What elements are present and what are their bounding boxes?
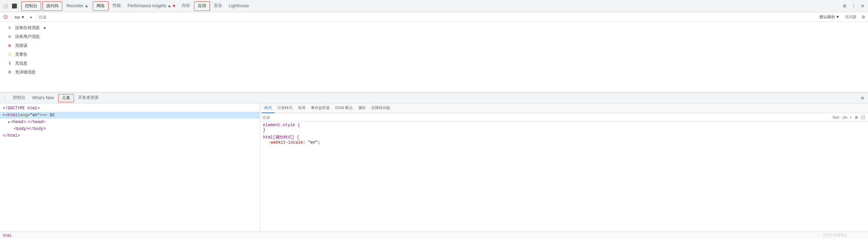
top-tab-security[interactable]: 安全 [211, 0, 226, 12]
styles-tab-computed[interactable]: 计算样式 [275, 104, 295, 113]
console-item-verbose[interactable]: ⚙无详细消息 [0, 68, 868, 77]
inspect-icon[interactable]: ⬜ [1, 2, 10, 10]
console-filter-bar: 🚫 top ▼ ● 默认级别 ▼ 无问题 ⚙ [0, 12, 868, 22]
console-text-error: 无错误 [15, 43, 27, 49]
console-icon-verbose: ⚙ [7, 69, 12, 75]
close-brace: } [263, 128, 265, 132]
bottom-section: ⋮ 控制台What's New元素开发者资源 ✕ <!DOCTYPE html>… [0, 92, 868, 239]
console-panel: ≡没有任何消息▶⊖没有用户消息⊗无错误⚠无警告ℹ无信息⚙无详细消息 [0, 22, 868, 92]
main-area: ≡没有任何消息▶⊖没有用户消息⊗无错误⚠无警告ℹ无信息⚙无详细消息 ⋮ 控制台W… [0, 22, 868, 239]
style-selector-0: element.style { [263, 123, 865, 128]
prop-colon: : [303, 140, 308, 145]
style-rule-0: element.style {} [263, 123, 865, 132]
bottom-tabs-container: 控制台What's New元素开发者资源 [10, 93, 102, 104]
clear-console-icon[interactable]: 🚫 [2, 14, 9, 21]
filter-divider [11, 14, 11, 20]
bottom-tab-bar: ⋮ 控制台What's New元素开发者资源 ✕ [0, 93, 868, 104]
style-selector-1: html[属性样式] { [263, 134, 865, 140]
top-tab-sources[interactable]: 源代码 [42, 1, 62, 11]
breadcrumb-html[interactable]: html [3, 234, 12, 238]
console-icon-warning: ⚠ [7, 52, 12, 57]
top-tab-network[interactable]: 网络 [93, 1, 109, 11]
styles-tab-layout[interactable]: 布局 [295, 104, 308, 113]
dom-line-0[interactable]: <!DOCTYPE html> [0, 105, 260, 112]
no-issues-badge: 无问题 [843, 14, 858, 20]
style-close-0: } [263, 128, 865, 132]
close-devtools-icon[interactable]: ✕ [858, 2, 867, 10]
console-text-info: 无信息 [15, 61, 27, 66]
console-item-info[interactable]: ℹ无信息 [0, 59, 868, 68]
styles-tab-properties[interactable]: 属性 [355, 104, 368, 113]
style-property-1-0: -webkit-locale: "en"; [263, 140, 865, 145]
bottom-tab-menu-icon[interactable]: ⋮ [1, 95, 8, 102]
style-action-icon-3[interactable]: 🖥 [854, 115, 859, 120]
settings-icon[interactable]: ⚙ [841, 2, 849, 10]
top-tab-performance[interactable]: 性能 [109, 0, 124, 12]
console-settings-icon[interactable]: ⚙ [860, 14, 866, 20]
selector-text-1: html[属性样式] { [263, 135, 299, 140]
filter-right: 默认级别 ▼ 无问题 ⚙ [818, 14, 866, 20]
top-tab-lighthouse[interactable]: Lighthouse [226, 0, 253, 12]
styles-tab-styles[interactable]: 样式 [262, 104, 275, 113]
dom-line-3[interactable]: <body> </body> [0, 125, 260, 132]
top-tab-memory[interactable]: 内存 [178, 0, 193, 12]
close-bottom-panel-icon[interactable]: ✕ [858, 94, 867, 102]
styles-action-icons: :hov.cls+🖥⬜ [831, 115, 866, 120]
style-action-icon-2[interactable]: + [849, 115, 853, 120]
console-item-msg[interactable]: ≡没有任何消息▶ [0, 23, 868, 32]
prop-name-1-0[interactable]: -webkit-locale [268, 140, 303, 145]
top-tab-recorder[interactable]: Recorder ▲ [63, 0, 92, 12]
styles-panel: 样式计算样式布局事件监听器DOM 断点属性无障碍功能 :hov.cls+🖥⬜ e… [260, 104, 868, 231]
styles-content: element.style {}html[属性样式] {-webkit-loca… [260, 121, 868, 231]
console-icon-error: ⊗ [7, 43, 12, 48]
prop-val-1-0[interactable]: "en"; [308, 140, 320, 145]
console-item-user[interactable]: ⊖没有用户消息 [0, 32, 868, 41]
styles-tab-bar: 样式计算样式布局事件监听器DOM 断点属性无障碍功能 [260, 104, 868, 113]
devtools-icons-left: ⬜ ⬛ [1, 2, 21, 10]
filter-input[interactable] [39, 15, 817, 19]
elements-area: <!DOCTYPE html>▼<html lang="en"> == $0▶ … [0, 104, 868, 231]
top-tab-console[interactable]: 控制台 [21, 1, 41, 11]
styles-filter-input[interactable] [262, 115, 830, 119]
dom-breadcrumb: html [0, 231, 868, 239]
console-item-warning[interactable]: ⚠无警告 [0, 50, 868, 59]
dom-line-1[interactable]: ▼<html lang="en"> == $0 [0, 112, 260, 119]
bottom-tab-elements[interactable]: 元素 [58, 94, 74, 102]
top-tab-perf-insights[interactable]: Performance insights ▲ [124, 0, 178, 12]
device-toggle-icon[interactable]: ⬛ [10, 2, 18, 10]
dom-tree: <!DOCTYPE html>▼<html lang="en"> == $0▶ … [0, 104, 260, 231]
console-text-verbose: 无详细消息 [15, 69, 36, 75]
styles-tab-dom-breakpoints[interactable]: DOM 断点 [332, 104, 355, 113]
top-icons-right: ⚙ ⋮ ✕ [841, 2, 867, 10]
perf-insights-badge [173, 5, 175, 7]
bottom-tab-whats-new[interactable]: What's New [29, 93, 58, 104]
watermark: CSDN 普通博主 [823, 233, 847, 238]
top-tabs-container: 控制台源代码Recorder ▲网络性能Performance insights… [21, 0, 252, 12]
console-icon-info: ℹ [7, 61, 12, 66]
top-dropdown[interactable]: top ▼ [13, 14, 26, 20]
bottom-tab-console2[interactable]: 控制台 [10, 93, 29, 104]
console-text-warning: 无警告 [15, 52, 27, 57]
console-icon-msg: ≡ [7, 25, 12, 30]
filter-divider2 [36, 14, 37, 20]
dom-line-2[interactable]: ▶ <head>…</head> [0, 119, 260, 125]
styles-tab-listeners[interactable]: 事件监听器 [308, 104, 332, 113]
dom-line-4[interactable]: </html> [0, 132, 260, 139]
dot-icon[interactable]: ● [27, 14, 34, 21]
console-item-error[interactable]: ⊗无错误 [0, 41, 868, 50]
more-icon[interactable]: ⋮ [850, 2, 858, 10]
console-icon-user: ⊖ [7, 34, 12, 39]
console-text-msg: 没有任何消息 [15, 25, 40, 31]
style-action-icon-1[interactable]: .cls [841, 115, 848, 120]
level-dropdown[interactable]: 默认级别 ▼ [818, 14, 841, 20]
top-tab-application[interactable]: 应用 [194, 1, 210, 11]
style-action-icon-0[interactable]: :hov [831, 115, 840, 120]
selector-text-0: element.style { [263, 123, 300, 128]
top-tab-bar: ⬜ ⬛ 控制台源代码Recorder ▲网络性能Performance insi… [0, 0, 868, 12]
bottom-tab-dev-resources[interactable]: 开发者资源 [75, 93, 102, 104]
style-rule-1: html[属性样式] {-webkit-locale: "en"; [263, 134, 865, 145]
collapse-arrow-icon[interactable]: ▶ [44, 26, 46, 29]
style-action-icon-4[interactable]: ⬜ [860, 115, 866, 120]
styles-filter-bar: :hov.cls+🖥⬜ [260, 113, 868, 121]
styles-tab-accessibility[interactable]: 无障碍功能 [368, 104, 393, 113]
